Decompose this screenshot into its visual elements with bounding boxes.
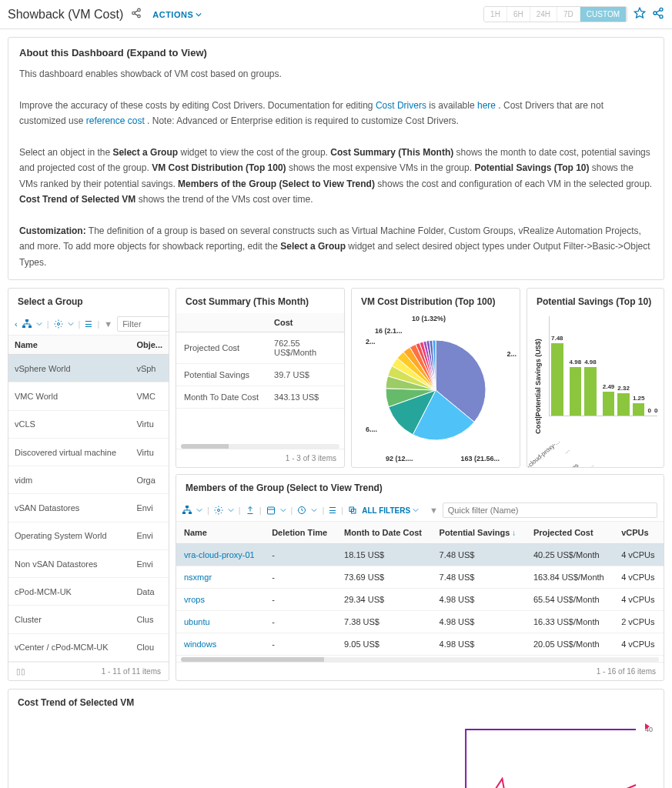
group-row[interactable]: vSAN DatastoresEnvi bbox=[8, 494, 169, 522]
chevron-down-icon[interactable] bbox=[68, 321, 74, 327]
members-col[interactable]: Deletion Time bbox=[264, 522, 336, 544]
calendar-icon[interactable] bbox=[266, 506, 276, 515]
svg-line-4 bbox=[135, 11, 138, 12]
group-row[interactable]: Non vSAN DatastoresEnvi bbox=[8, 549, 169, 577]
copy-icon[interactable] bbox=[348, 506, 357, 515]
all-filters-button[interactable]: ALL FILTERS bbox=[362, 506, 419, 515]
quick-filter-input[interactable] bbox=[443, 503, 657, 518]
chevron-down-icon[interactable] bbox=[196, 507, 202, 513]
vm-link[interactable]: nsxmgr bbox=[184, 573, 212, 582]
members-col[interactable]: Name bbox=[176, 522, 264, 544]
filter-icon[interactable]: ▼ bbox=[104, 319, 112, 329]
favorite-icon[interactable] bbox=[634, 7, 646, 22]
filter-icon[interactable]: ▼ bbox=[430, 506, 438, 515]
group-filter-input[interactable] bbox=[117, 316, 169, 332]
cost-pager: 1 - 3 of 3 items bbox=[176, 449, 344, 467]
group-row[interactable]: vCLSVirtu bbox=[8, 410, 169, 438]
share-icon[interactable] bbox=[131, 8, 142, 21]
actions-dropdown[interactable]: ACTIONS bbox=[152, 10, 202, 19]
cost-summary-table: Cost Projected Cost762.55 US$/MonthPoten… bbox=[176, 313, 344, 409]
gear-icon[interactable] bbox=[214, 506, 223, 515]
select-group-title: Select a Group bbox=[8, 289, 169, 313]
group-row[interactable]: Discovered virtual machineVirtu bbox=[8, 438, 169, 466]
svg-point-14 bbox=[57, 323, 59, 326]
time-btn-custom[interactable]: CUSTOM bbox=[580, 7, 627, 22]
col-obj[interactable]: Obje... bbox=[130, 336, 169, 355]
vm-link[interactable]: windows bbox=[184, 639, 216, 649]
vm-link[interactable]: vrops bbox=[184, 595, 205, 604]
bar-col[interactable]: 4.98vrops bbox=[570, 359, 582, 416]
group-pager: ▯▯ 1 - 11 of 11 items bbox=[8, 662, 169, 680]
members-row[interactable]: vra-cloud-proxy-01-18.15 US$7.48 US$40.2… bbox=[176, 544, 664, 566]
export-icon[interactable] bbox=[246, 506, 255, 515]
members-toolbar: | | | | | ☰ | ALL FILTERS ▼ bbox=[176, 499, 664, 522]
columns-icon[interactable]: ▯▯ bbox=[16, 667, 25, 676]
pie-chart[interactable]: 10 (1.32%) 16 (2.1... 2... 2... 163 (21.… bbox=[352, 313, 520, 467]
vm-dist-title: VM Cost Distribution (Top 100) bbox=[352, 289, 520, 313]
list-icon[interactable]: ☰ bbox=[329, 506, 336, 516]
bar-col[interactable]: 1.25vidm bbox=[633, 395, 645, 416]
trend-panel: Cost Trend of Selected VM 02040 Feb 28Ma… bbox=[8, 689, 664, 788]
chevron-down-icon[interactable] bbox=[36, 321, 42, 327]
bar-col[interactable]: 0... bbox=[647, 407, 650, 416]
members-col[interactable]: Month to Date Cost bbox=[336, 522, 431, 544]
members-row[interactable]: nsxmgr-73.69 US$7.48 US$163.84 US$/Month… bbox=[176, 566, 664, 589]
svg-point-18 bbox=[217, 509, 219, 512]
members-col[interactable]: Potential Savings ↓ bbox=[432, 522, 526, 544]
time-btn-6h[interactable]: 6H bbox=[507, 7, 530, 22]
pot-savings-panel: Potential Savings (Top 10) Cost|Potentia… bbox=[527, 288, 664, 468]
svg-rect-19 bbox=[267, 507, 274, 514]
time-btn-24h[interactable]: 24H bbox=[530, 7, 557, 22]
about-title[interactable]: About this Dashboard (Expand to View) bbox=[19, 47, 653, 58]
here-link[interactable]: here bbox=[477, 100, 496, 111]
svg-rect-16 bbox=[182, 512, 186, 514]
svg-point-6 bbox=[660, 8, 663, 11]
group-row[interactable]: vidmOrga bbox=[8, 466, 169, 494]
group-row[interactable]: Operating System WorldEnvi bbox=[8, 522, 169, 549]
share-network-icon[interactable] bbox=[652, 7, 664, 22]
col-name[interactable]: Name bbox=[8, 336, 130, 355]
svg-rect-17 bbox=[189, 512, 192, 514]
bar-chart[interactable]: Cost|Potential Savings (US$) 10 5 0 7.48… bbox=[527, 313, 664, 452]
chevron-down-icon[interactable] bbox=[311, 507, 317, 513]
svg-point-1 bbox=[132, 12, 135, 15]
members-pager: 1 - 16 of 16 items bbox=[176, 662, 664, 680]
group-row[interactable]: ClusterClus bbox=[8, 606, 169, 633]
chevron-down-icon[interactable] bbox=[280, 507, 286, 513]
gear-icon[interactable] bbox=[54, 319, 63, 329]
svg-rect-15 bbox=[186, 506, 189, 508]
clock-icon[interactable] bbox=[297, 506, 306, 515]
bar-col[interactable]: 0tkgs-haproxy bbox=[654, 407, 657, 416]
vm-dist-panel: VM Cost Distribution (Top 100) 10 (1.32%… bbox=[351, 288, 520, 468]
chevron-down-icon[interactable] bbox=[228, 507, 234, 513]
vm-link[interactable]: ubuntu bbox=[184, 617, 210, 626]
time-btn-1h[interactable]: 1H bbox=[484, 7, 507, 22]
vm-link[interactable]: vra-cloud-proxy-01 bbox=[184, 550, 255, 559]
bar-col[interactable]: 2.49test01 bbox=[603, 383, 615, 416]
members-row[interactable]: ubuntu-7.38 US$4.98 US$16.33 US$/Month2 … bbox=[176, 611, 664, 633]
bar-col[interactable]: 7.48vra-cloud-proxy-... bbox=[551, 335, 563, 416]
nav-back-icon[interactable]: ‹ bbox=[15, 319, 18, 329]
members-col[interactable]: vCPUs bbox=[613, 522, 664, 544]
hierarchy-icon[interactable] bbox=[22, 319, 32, 329]
reference-cost-link[interactable]: reference cost bbox=[86, 115, 145, 126]
list-icon[interactable]: ☰ bbox=[85, 319, 92, 329]
bar-col[interactable]: 4.98... bbox=[584, 359, 597, 416]
svg-line-10 bbox=[657, 10, 660, 12]
group-row[interactable]: cPod-MCM-UKData bbox=[8, 578, 169, 606]
time-btn-7d[interactable]: 7D bbox=[557, 7, 580, 22]
cost-drivers-link[interactable]: Cost Drivers bbox=[376, 100, 426, 111]
members-row[interactable]: windows-9.05 US$4.98 US$20.05 US$/Month4… bbox=[176, 633, 664, 656]
group-row[interactable]: VMC WorldVMC bbox=[8, 382, 169, 410]
bar-col[interactable]: 2.32... bbox=[617, 385, 630, 416]
group-row[interactable]: vSphere WorldvSph bbox=[8, 355, 169, 382]
svg-marker-5 bbox=[634, 8, 644, 18]
trend-chart[interactable]: 02040 bbox=[21, 722, 651, 788]
group-row[interactable]: vCenter / cPod-MCM-UKClou bbox=[8, 633, 169, 661]
members-table: NameDeletion TimeMonth to Date CostPoten… bbox=[176, 522, 664, 656]
svg-rect-11 bbox=[25, 319, 28, 322]
members-row[interactable]: vrops-29.34 US$4.98 US$65.54 US$/Month4 … bbox=[176, 589, 664, 611]
members-col[interactable]: Projected Cost bbox=[526, 522, 613, 544]
bar-ylabel: Cost|Potential Savings (US$) bbox=[534, 339, 542, 434]
hierarchy-icon[interactable] bbox=[182, 506, 192, 515]
